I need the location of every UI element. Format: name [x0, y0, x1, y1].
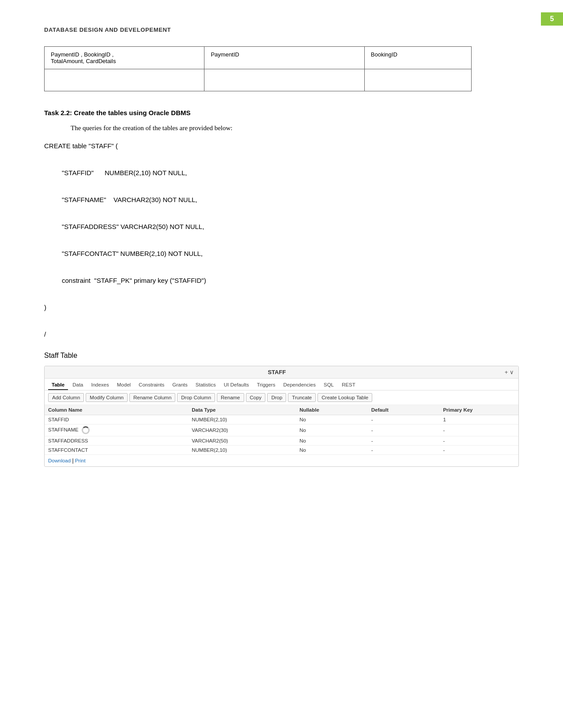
table-cell-r2c2 [204, 69, 364, 91]
code-line-3: "STAFFNAME" VARCHAR2(30) NOT NULL, [44, 194, 519, 206]
top-table: PaymentID , BookingID ,TotalAmount, Card… [44, 46, 472, 91]
add-column-button[interactable]: Add Column [48, 393, 84, 402]
body-text: The queries for the creation of the tabl… [44, 124, 519, 132]
cell-type-staffaddress: VARCHAR2(50) [192, 438, 299, 443]
header-primary-key: Primary Key [443, 407, 515, 413]
tab-sql[interactable]: SQL [320, 380, 337, 390]
body-text-content: The queries for the creation of the tabl… [71, 124, 233, 131]
tab-statistics[interactable]: Statistics [192, 380, 219, 390]
drop-button[interactable]: Drop [267, 393, 286, 402]
header-data-type: Data Type [192, 407, 299, 413]
cell-default-staffcontact: - [371, 447, 443, 453]
table-row: PaymentID , BookingID ,TotalAmount, Card… [45, 47, 472, 69]
code-line-4: "STAFFADDRESS" VARCHAR2(50) NOT NULL, [44, 221, 519, 233]
cell-col-staffcontact: STAFFCONTACT [48, 447, 192, 453]
tab-dependencies[interactable]: Dependencies [280, 380, 319, 390]
cell-pk-staffname: - [443, 428, 515, 433]
grid-row-staffid: STAFFID NUMBER(2,10) No - 1 [45, 415, 518, 424]
code-line-2: "STAFFID" NUMBER(2,10) NOT NULL, [44, 167, 519, 180]
table-cell-r1c3: BookingID [364, 47, 471, 69]
table-cell-r2c1 [45, 69, 204, 91]
tab-grants[interactable]: Grants [169, 380, 191, 390]
section-heading: Task 2.2: Create the tables using Oracle… [44, 109, 519, 116]
staff-label-text: Staff Table [44, 352, 77, 359]
truncate-button[interactable]: Truncate [288, 393, 316, 402]
section-heading-text: Task 2.2: Create the tables using Oracle… [44, 109, 191, 116]
code-line-1: CREATE table "STAFF" ( [44, 140, 519, 153]
cell-col-staffaddress: STAFFADDRESS [48, 438, 192, 443]
apex-widget: STAFF + ∨ Table Data Indexes Model Const… [44, 366, 519, 467]
cell-nullable-staffid: No [299, 417, 371, 422]
cell-col-staffname: STAFFNAME [48, 426, 192, 434]
modify-column-button[interactable]: Modify Column [86, 393, 128, 402]
page-number: 5 [550, 15, 554, 23]
tab-model[interactable]: Model [113, 380, 134, 390]
tab-table[interactable]: Table [48, 380, 68, 390]
grid-row-staffaddress: STAFFADDRESS VARCHAR2(50) No - - [45, 436, 518, 446]
cell-type-staffcontact: NUMBER(2,10) [192, 447, 299, 453]
cell-nullable-staffname: No [299, 428, 371, 433]
tab-constraints[interactable]: Constraints [135, 380, 168, 390]
apex-tabs: Table Data Indexes Model Constraints Gra… [45, 379, 518, 390]
grid-row-staffcontact: STAFFCONTACT NUMBER(2,10) No - - [45, 446, 518, 454]
header-text: DATABASE DESIGN AND DEVELOPEMENT [44, 26, 171, 33]
print-link[interactable]: Print [75, 458, 86, 463]
drop-column-button[interactable]: Drop Column [177, 393, 215, 402]
grid-header: Column Name Data Type Nullable Default P… [45, 405, 518, 415]
code-line-6: constraint "STAFF_PK" primary key ("STAF… [44, 274, 519, 287]
rename-button[interactable]: Rename [217, 393, 244, 402]
cell-pk-staffaddress: - [443, 438, 515, 443]
cell-default-staffaddress: - [371, 438, 443, 443]
cell-type-staffname: VARCHAR2(30) [192, 428, 299, 433]
cell-nullable-staffcontact: No [299, 447, 371, 453]
code-block: CREATE table "STAFF" ( "STAFFID" NUMBER(… [44, 140, 519, 341]
table-cell-r1c2: PaymentID [204, 47, 364, 69]
cell-default-staffname: - [371, 428, 443, 433]
staff-label: Staff Table [44, 352, 519, 360]
apex-footer: Download | Print [45, 454, 518, 466]
copy-button[interactable]: Copy [246, 393, 266, 402]
apex-title: STAFF [49, 369, 505, 375]
code-line-7: ) [44, 301, 519, 314]
grid-row-staffname: STAFFNAME VARCHAR2(30) No - - [45, 424, 518, 436]
cell-pk-staffcontact: - [443, 447, 515, 453]
table-cell-r2c3 [364, 69, 471, 91]
header-column-name: Column Name [48, 407, 192, 413]
page-header: DATABASE DESIGN AND DEVELOPEMENT [44, 26, 519, 33]
rename-column-button[interactable]: Rename Column [129, 393, 175, 402]
code-line-5: "STAFFCONTACT" NUMBER(2,10) NOT NULL, [44, 248, 519, 260]
cell-col-staffid: STAFFID [48, 417, 192, 422]
page: 5 DATABASE DESIGN AND DEVELOPEMENT Payme… [0, 0, 563, 728]
code-line-8: / [44, 328, 519, 341]
page-number-badge: 5 [541, 12, 563, 26]
create-lookup-table-button[interactable]: Create Lookup Table [317, 393, 372, 402]
loading-spinner [82, 426, 90, 434]
apex-title-bar: STAFF + ∨ [45, 366, 518, 379]
cell-default-staffid: - [371, 417, 443, 422]
tab-indexes[interactable]: Indexes [87, 380, 112, 390]
tab-data[interactable]: Data [69, 380, 87, 390]
apex-plus-button[interactable]: + ∨ [505, 369, 514, 375]
table-row [45, 69, 472, 91]
tab-ui-defaults[interactable]: UI Defaults [220, 380, 253, 390]
cell-nullable-staffaddress: No [299, 438, 371, 443]
header-nullable: Nullable [299, 407, 371, 413]
tab-rest[interactable]: REST [338, 380, 359, 390]
header-default: Default [371, 407, 443, 413]
apex-toolbar: Add Column Modify Column Rename Column D… [45, 390, 518, 405]
apex-grid: Column Name Data Type Nullable Default P… [45, 405, 518, 454]
table-cell-r1c1: PaymentID , BookingID ,TotalAmount, Card… [45, 47, 204, 69]
cell-pk-staffid: 1 [443, 417, 515, 422]
tab-triggers[interactable]: Triggers [253, 380, 279, 390]
cell-type-staffid: NUMBER(2,10) [192, 417, 299, 422]
download-link[interactable]: Download [48, 458, 71, 463]
